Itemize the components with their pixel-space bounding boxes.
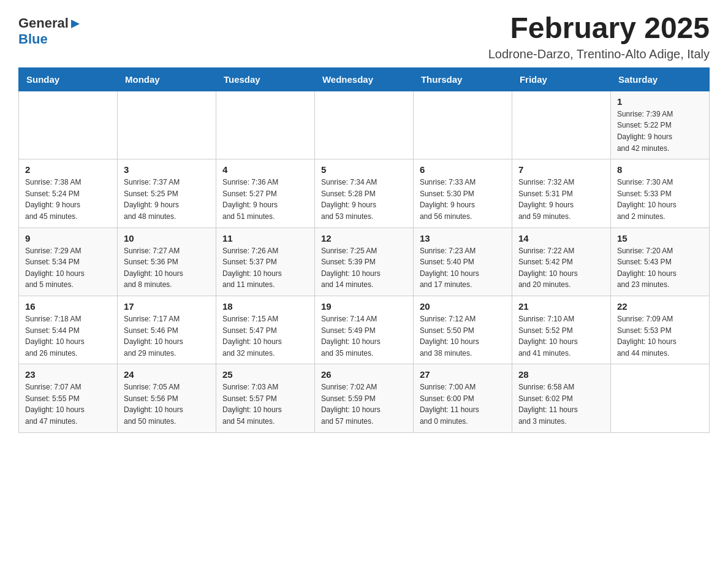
day-info: Sunrise: 7:17 AMSunset: 5:46 PMDaylight:… — [124, 313, 210, 359]
day-info: Sunrise: 7:18 AMSunset: 5:44 PMDaylight:… — [25, 313, 111, 359]
day-number: 2 — [25, 164, 111, 175]
page-title: February 2025 — [488, 12, 710, 45]
weekday-monday: Monday — [117, 67, 216, 91]
day-number: 28 — [518, 369, 604, 380]
table-row: 19Sunrise: 7:14 AMSunset: 5:49 PMDayligh… — [314, 296, 413, 364]
logo-arrow-icon — [70, 18, 81, 29]
table-row: 22Sunrise: 7:09 AMSunset: 5:53 PMDayligh… — [610, 296, 709, 364]
day-number: 3 — [124, 164, 210, 175]
day-info: Sunrise: 7:23 AMSunset: 5:40 PMDaylight:… — [420, 245, 506, 291]
table-row: 5Sunrise: 7:34 AMSunset: 5:28 PMDaylight… — [314, 159, 413, 228]
day-info: Sunrise: 7:36 AMSunset: 5:27 PMDaylight:… — [222, 177, 308, 222]
day-info: Sunrise: 7:12 AMSunset: 5:50 PMDaylight:… — [420, 313, 506, 359]
day-number: 20 — [420, 301, 506, 312]
table-row: 17Sunrise: 7:17 AMSunset: 5:46 PMDayligh… — [117, 296, 216, 364]
table-row — [19, 91, 118, 159]
table-row: 16Sunrise: 7:18 AMSunset: 5:44 PMDayligh… — [19, 296, 118, 364]
table-row: 12Sunrise: 7:25 AMSunset: 5:39 PMDayligh… — [314, 228, 413, 296]
day-info: Sunrise: 7:15 AMSunset: 5:47 PMDaylight:… — [222, 313, 308, 359]
day-number: 12 — [321, 233, 407, 243]
day-info: Sunrise: 7:00 AMSunset: 6:00 PMDaylight:… — [420, 381, 506, 427]
day-number: 25 — [222, 369, 308, 380]
page-header: General Blue February 2025 Lodrone-Darzo… — [18, 12, 710, 61]
day-info: Sunrise: 7:34 AMSunset: 5:28 PMDaylight:… — [321, 177, 407, 222]
table-row: 18Sunrise: 7:15 AMSunset: 5:47 PMDayligh… — [216, 296, 314, 364]
day-number: 13 — [420, 233, 506, 243]
day-number: 17 — [124, 301, 210, 312]
day-number: 9 — [25, 233, 111, 243]
day-number: 6 — [420, 164, 506, 175]
table-row: 1Sunrise: 7:39 AMSunset: 5:22 PMDaylight… — [610, 91, 709, 159]
table-row: 14Sunrise: 7:22 AMSunset: 5:42 PMDayligh… — [512, 228, 610, 296]
day-info: Sunrise: 7:30 AMSunset: 5:33 PMDaylight:… — [617, 177, 703, 222]
day-number: 7 — [518, 164, 604, 175]
day-number: 10 — [124, 233, 210, 243]
table-row: 23Sunrise: 7:07 AMSunset: 5:55 PMDayligh… — [19, 364, 118, 432]
day-info: Sunrise: 7:26 AMSunset: 5:37 PMDaylight:… — [222, 245, 308, 291]
day-info: Sunrise: 7:07 AMSunset: 5:55 PMDaylight:… — [25, 381, 111, 427]
weekday-tuesday: Tuesday — [216, 67, 314, 91]
table-row: 21Sunrise: 7:10 AMSunset: 5:52 PMDayligh… — [512, 296, 610, 364]
day-info: Sunrise: 7:03 AMSunset: 5:57 PMDaylight:… — [222, 381, 308, 427]
table-row — [117, 91, 216, 159]
weekday-friday: Friday — [512, 67, 610, 91]
table-row: 3Sunrise: 7:37 AMSunset: 5:25 PMDaylight… — [117, 159, 216, 228]
calendar-header-row: Sunday Monday Tuesday Wednesday Thursday… — [19, 67, 710, 91]
day-info: Sunrise: 7:22 AMSunset: 5:42 PMDaylight:… — [518, 245, 604, 291]
day-number: 27 — [420, 369, 506, 380]
table-row — [512, 91, 610, 159]
table-row: 13Sunrise: 7:23 AMSunset: 5:40 PMDayligh… — [413, 228, 512, 296]
day-info: Sunrise: 6:58 AMSunset: 6:02 PMDaylight:… — [518, 381, 604, 427]
table-row — [216, 91, 314, 159]
day-info: Sunrise: 7:10 AMSunset: 5:52 PMDaylight:… — [518, 313, 604, 359]
page-subtitle: Lodrone-Darzo, Trentino-Alto Adige, Ital… — [488, 47, 710, 61]
title-section: February 2025 Lodrone-Darzo, Trentino-Al… — [488, 12, 710, 61]
day-info: Sunrise: 7:20 AMSunset: 5:43 PMDaylight:… — [617, 245, 703, 291]
table-row: 6Sunrise: 7:33 AMSunset: 5:30 PMDaylight… — [413, 159, 512, 228]
day-number: 23 — [25, 369, 111, 380]
svg-marker-0 — [71, 20, 80, 28]
day-number: 1 — [617, 96, 703, 107]
logo: General Blue — [18, 12, 81, 47]
day-info: Sunrise: 7:14 AMSunset: 5:49 PMDaylight:… — [321, 313, 407, 359]
day-number: 21 — [518, 301, 604, 312]
day-number: 14 — [518, 233, 604, 243]
table-row: 10Sunrise: 7:27 AMSunset: 5:36 PMDayligh… — [117, 228, 216, 296]
weekday-thursday: Thursday — [413, 67, 512, 91]
weekday-saturday: Saturday — [610, 67, 709, 91]
day-info: Sunrise: 7:29 AMSunset: 5:34 PMDaylight:… — [25, 245, 111, 291]
day-number: 24 — [124, 369, 210, 380]
logo-blue: Blue — [18, 31, 48, 47]
table-row: 11Sunrise: 7:26 AMSunset: 5:37 PMDayligh… — [216, 228, 314, 296]
day-info: Sunrise: 7:38 AMSunset: 5:24 PMDaylight:… — [25, 177, 111, 222]
table-row: 9Sunrise: 7:29 AMSunset: 5:34 PMDaylight… — [19, 228, 118, 296]
table-row — [610, 364, 709, 432]
day-info: Sunrise: 7:25 AMSunset: 5:39 PMDaylight:… — [321, 245, 407, 291]
day-info: Sunrise: 7:05 AMSunset: 5:56 PMDaylight:… — [124, 381, 210, 427]
day-info: Sunrise: 7:33 AMSunset: 5:30 PMDaylight:… — [420, 177, 506, 222]
day-number: 22 — [617, 301, 703, 312]
day-info: Sunrise: 7:37 AMSunset: 5:25 PMDaylight:… — [124, 177, 210, 222]
day-info: Sunrise: 7:02 AMSunset: 5:59 PMDaylight:… — [321, 381, 407, 427]
logo-general: General — [18, 15, 69, 31]
day-number: 15 — [617, 233, 703, 243]
table-row: 4Sunrise: 7:36 AMSunset: 5:27 PMDaylight… — [216, 159, 314, 228]
day-info: Sunrise: 7:39 AMSunset: 5:22 PMDaylight:… — [617, 109, 703, 154]
table-row: 8Sunrise: 7:30 AMSunset: 5:33 PMDaylight… — [610, 159, 709, 228]
table-row — [314, 91, 413, 159]
table-row: 2Sunrise: 7:38 AMSunset: 5:24 PMDaylight… — [19, 159, 118, 228]
table-row: 27Sunrise: 7:00 AMSunset: 6:00 PMDayligh… — [413, 364, 512, 432]
table-row: 7Sunrise: 7:32 AMSunset: 5:31 PMDaylight… — [512, 159, 610, 228]
day-number: 5 — [321, 164, 407, 175]
table-row: 28Sunrise: 6:58 AMSunset: 6:02 PMDayligh… — [512, 364, 610, 432]
table-row: 24Sunrise: 7:05 AMSunset: 5:56 PMDayligh… — [117, 364, 216, 432]
table-row: 26Sunrise: 7:02 AMSunset: 5:59 PMDayligh… — [314, 364, 413, 432]
day-number: 18 — [222, 301, 308, 312]
day-number: 26 — [321, 369, 407, 380]
calendar-table: Sunday Monday Tuesday Wednesday Thursday… — [18, 67, 710, 433]
day-number: 11 — [222, 233, 308, 243]
table-row: 15Sunrise: 7:20 AMSunset: 5:43 PMDayligh… — [610, 228, 709, 296]
day-number: 16 — [25, 301, 111, 312]
table-row — [413, 91, 512, 159]
table-row: 25Sunrise: 7:03 AMSunset: 5:57 PMDayligh… — [216, 364, 314, 432]
